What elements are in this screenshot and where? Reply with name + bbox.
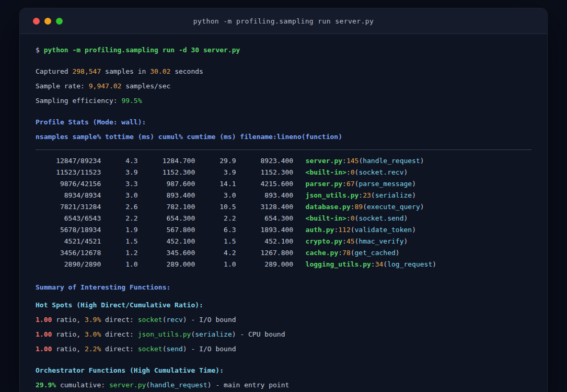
sample-rate-line: Sample rate: 9,947.02 samples/sec <box>36 79 531 94</box>
text-segment: 23 <box>363 191 371 199</box>
text-segment: ratio, <box>52 345 85 353</box>
text-segment: 4215.600 <box>236 180 294 188</box>
text-segment: 3.0 <box>101 191 137 199</box>
text-segment: - main entry point <box>212 381 290 389</box>
text-segment: : <box>371 260 375 268</box>
text-segment: ( <box>146 381 150 389</box>
text-segment: crypto.py <box>306 237 342 245</box>
text-segment: socket.send <box>358 214 403 222</box>
captured-line: Captured 298,547 samples in 30.02 second… <box>36 64 531 79</box>
text-segment: Summary of Interesting Functions: <box>36 283 170 291</box>
text-segment: ( <box>163 345 167 353</box>
text-segment: json_utils.py <box>138 330 191 338</box>
text-segment: : <box>342 180 346 188</box>
window-title: python -m profiling.sampling run server.… <box>20 17 547 25</box>
text-segment <box>293 157 305 165</box>
text-segment: python -m profiling.sampling run -d 30 s… <box>44 46 240 54</box>
text-segment: ) <box>412 180 416 188</box>
text-segment: 6.3 <box>195 226 236 234</box>
text-segment: ) <box>432 260 436 268</box>
profile-table-row: 5678/18934 1.9 567.800 6.3 1893.400 auth… <box>36 224 531 236</box>
text-segment: 8934/8934 <box>36 191 101 199</box>
text-segment <box>293 237 305 245</box>
text-segment: socket.recv <box>358 168 403 176</box>
text-segment: 3.9 <box>195 168 236 176</box>
terminal-titlebar[interactable]: python -m profiling.sampling run server.… <box>20 8 547 34</box>
text-segment: ( <box>371 191 375 199</box>
text-segment: : <box>358 191 363 199</box>
text-segment: ) <box>420 157 424 165</box>
text-segment: json_utils.py <box>306 191 359 199</box>
text-segment: logging_utils.py <box>306 260 371 268</box>
text-segment: ( <box>363 203 367 211</box>
profile-table-row: 9876/42156 3.3 987.600 14.1 4215.600 par… <box>36 178 531 190</box>
text-segment: 12847/89234 <box>36 157 101 165</box>
text-segment: ) <box>412 191 416 199</box>
profile-table-row: 12847/89234 4.3 1284.700 29.9 8923.400 s… <box>36 155 531 167</box>
text-segment: log_request <box>387 260 432 268</box>
text-segment: 289.000 <box>138 260 195 268</box>
text-segment: ) <box>403 168 408 176</box>
profile-table-row: 7821/31284 2.6 782.100 10.5 3128.400 dat… <box>36 201 531 213</box>
profile-table-row: 3456/12678 1.2 345.600 4.2 1267.800 cach… <box>36 247 531 259</box>
text-segment: 8923.400 <box>236 157 294 165</box>
text-segment: - I/O bound <box>187 345 236 353</box>
text-segment: $ <box>36 46 44 54</box>
text-segment: serialize <box>375 191 412 199</box>
text-segment: 3.9 <box>101 168 137 176</box>
text-segment: 3128.400 <box>236 203 294 211</box>
text-segment: 345.600 <box>138 249 195 257</box>
text-segment: direct: <box>101 316 137 324</box>
profile-table-row: 6543/6543 2.2 654.300 2.2 654.300 <built… <box>36 213 531 224</box>
text-segment: 289.000 <box>236 260 294 268</box>
text-segment: 1.0 <box>101 260 137 268</box>
text-segment: auth.py <box>306 226 334 234</box>
text-segment: 2.2 <box>101 214 137 222</box>
maximize-button[interactable] <box>56 18 63 25</box>
text-segment: ratio, <box>52 316 85 324</box>
text-segment: 9876/42156 <box>36 180 101 188</box>
close-button[interactable] <box>33 18 40 25</box>
profile-table-row: 8934/8934 3.0 893.400 3.0 893.400 json_u… <box>36 190 531 201</box>
text-segment: 9,947.02 <box>89 82 122 90</box>
text-segment: socket <box>138 345 163 353</box>
text-segment: 1.0 <box>195 260 236 268</box>
text-segment: <built-in> <box>306 214 346 222</box>
text-segment: socket <box>138 316 163 324</box>
text-segment: Orchestrator Functions (High Cumulative … <box>36 366 224 374</box>
text-segment: 654.300 <box>138 214 195 222</box>
profile-stats-heading: Profile Stats (Mode: wall): <box>36 115 531 130</box>
efficiency-line: Sampling efficiency: 99.5% <box>36 94 531 108</box>
text-segment: 89 <box>355 203 363 211</box>
prompt-line: $ python -m profiling.sampling run -d 30… <box>36 43 531 57</box>
text-segment: 10.5 <box>195 203 236 211</box>
text-segment: ( <box>351 226 355 234</box>
text-segment: 45 <box>346 237 355 245</box>
text-segment: <built-in> <box>306 168 346 176</box>
text-segment: execute_query <box>367 203 420 211</box>
text-segment: ) <box>420 203 424 211</box>
text-segment: recv <box>167 316 183 324</box>
text-segment: 112 <box>338 226 350 234</box>
text-segment: 67 <box>346 180 355 188</box>
text-segment: 1267.800 <box>236 249 294 257</box>
text-segment: validate_token <box>355 226 412 234</box>
text-segment: 987.600 <box>138 180 195 188</box>
text-segment: send <box>167 345 183 353</box>
text-segment: 78 <box>342 249 351 257</box>
text-segment: 4.3 <box>101 157 137 165</box>
text-segment: 893.400 <box>138 191 195 199</box>
text-segment: 1.5 <box>101 237 137 245</box>
minimize-button[interactable] <box>44 18 51 25</box>
text-segment: 30.02 <box>150 67 170 75</box>
text-segment: 1.5 <box>195 237 236 245</box>
hot-spot-line: 1.00 ratio, 3.9% direct: socket(recv) - … <box>36 313 531 327</box>
text-segment <box>293 191 305 199</box>
text-segment: 782.100 <box>138 203 195 211</box>
text-segment <box>293 226 305 234</box>
text-segment: cumulative: <box>56 381 109 389</box>
text-segment: ( <box>351 249 355 257</box>
text-segment: 1893.400 <box>236 226 294 234</box>
terminal-output[interactable]: $ python -m profiling.sampling run -d 30… <box>20 34 547 392</box>
table-header: nsamples sample% tottime (ms) cumul% cum… <box>36 130 531 144</box>
